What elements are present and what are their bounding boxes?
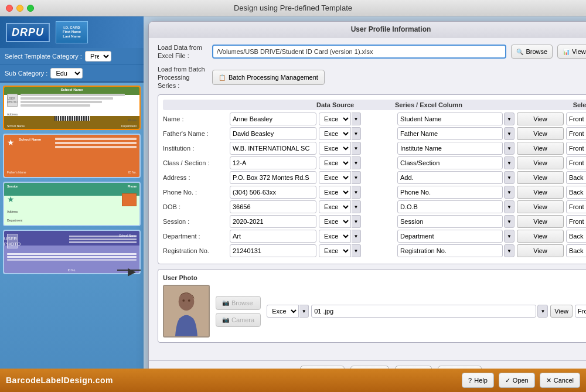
detail-column-arrow[interactable]: ▼ [504, 113, 515, 125]
detail-source-arrow[interactable]: ▼ [352, 186, 361, 199]
data-source-header: Data Source [316, 101, 393, 108]
detail-source-arrow[interactable]: ▼ [352, 142, 361, 155]
camera-button[interactable]: 📷 Camera [216, 313, 261, 327]
detail-source-select[interactable]: Excel [319, 156, 351, 169]
detail-side-input[interactable] [566, 186, 586, 199]
detail-view-button[interactable]: View [517, 171, 564, 184]
detail-view-button[interactable]: View [517, 244, 564, 257]
detail-column-input[interactable] [397, 142, 503, 155]
detail-source-select[interactable]: Excel [319, 244, 351, 257]
detail-view-button[interactable]: View [517, 142, 564, 155]
detail-value-input[interactable] [230, 215, 316, 228]
detail-side-input[interactable] [566, 156, 586, 169]
detail-column-arrow[interactable]: ▼ [504, 244, 515, 257]
detail-source-arrow[interactable]: ▼ [352, 244, 361, 257]
maximize-window-button[interactable] [27, 5, 34, 12]
photo-side-input[interactable] [575, 305, 586, 318]
detail-view-button[interactable]: View [517, 215, 564, 228]
template-item[interactable]: USERPHOTO School Name ID No. [3, 230, 141, 274]
detail-source-arrow[interactable]: ▼ [352, 171, 361, 184]
detail-side-input[interactable] [566, 113, 586, 125]
detail-source-arrow[interactable]: ▼ [352, 113, 361, 125]
detail-column-input[interactable] [397, 230, 503, 243]
photo-source-arrow[interactable]: ▼ [299, 305, 309, 318]
detail-column-arrow[interactable]: ▼ [504, 142, 515, 155]
detail-source-select[interactable]: Excel [319, 200, 351, 213]
detail-source-arrow[interactable]: ▼ [352, 127, 361, 140]
detail-source-select[interactable]: Excel [319, 171, 351, 184]
batch-processing-button[interactable]: 📋 Batch Processing Management [212, 70, 325, 85]
photo-column-input[interactable] [311, 305, 536, 318]
detail-value-input[interactable] [230, 230, 316, 243]
detail-source-arrow[interactable]: ▼ [352, 200, 361, 213]
detail-column-input[interactable] [397, 186, 503, 199]
detail-side-input[interactable] [566, 244, 586, 257]
detail-source-arrow[interactable]: ▼ [352, 215, 361, 228]
detail-column-arrow[interactable]: ▼ [504, 230, 515, 243]
detail-source-select[interactable]: Excel [319, 215, 351, 228]
detail-value-input[interactable] [230, 171, 316, 184]
detail-column-arrow[interactable]: ▼ [504, 200, 515, 213]
detail-value-input[interactable] [230, 113, 316, 125]
detail-column-input[interactable] [397, 200, 503, 213]
detail-column-input[interactable] [397, 127, 503, 140]
photo-view-button[interactable]: View [550, 305, 573, 318]
detail-view-button[interactable]: View [517, 127, 564, 140]
close-window-button[interactable] [6, 5, 13, 12]
bottom-help-button[interactable]: ? Help [462, 373, 494, 388]
detail-view-button[interactable]: View [517, 113, 564, 125]
detail-source-select[interactable]: Excel [319, 113, 351, 125]
detail-column-input[interactable] [397, 113, 503, 125]
detail-side-input[interactable] [566, 142, 586, 155]
detail-row: DOB : Excel ▼ ▼ View ▼ [163, 200, 586, 213]
photo-source-select[interactable]: Excel [267, 305, 299, 318]
photo-column-arrow[interactable]: ▼ [537, 305, 548, 318]
template-item[interactable]: ★ School Name Father's Name ID No. [3, 134, 141, 178]
detail-value-input[interactable] [230, 186, 316, 199]
detail-column-input[interactable] [397, 171, 503, 184]
template-item[interactable]: School Name USERPHOTO Address School Nam… [3, 86, 141, 130]
file-path-input[interactable] [212, 45, 506, 59]
detail-column-input[interactable] [397, 156, 503, 169]
detail-view-button[interactable]: View [517, 156, 564, 169]
detail-value-input[interactable] [230, 142, 316, 155]
minimize-window-button[interactable] [16, 5, 23, 12]
detail-source-select[interactable]: Excel [319, 127, 351, 140]
detail-column-input[interactable] [397, 244, 503, 257]
detail-value-input[interactable] [230, 244, 316, 257]
browse-button[interactable]: 🔍 Browse [511, 45, 553, 59]
detail-value-input[interactable] [230, 200, 316, 213]
detail-source-arrow[interactable]: ▼ [352, 156, 361, 169]
detail-view-button[interactable]: View [517, 200, 564, 213]
detail-source-arrow[interactable]: ▼ [352, 230, 361, 243]
detail-source-select[interactable]: Excel [319, 230, 351, 243]
detail-side-input[interactable] [566, 200, 586, 213]
detail-side-select: ▼ [566, 200, 586, 213]
view-excel-button[interactable]: 📊 View Excel Data [557, 45, 586, 59]
sub-category-dropdown[interactable]: Edu [50, 68, 83, 79]
detail-column-arrow[interactable]: ▼ [504, 127, 515, 140]
detail-side-input[interactable] [566, 215, 586, 228]
detail-column-input[interactable] [397, 215, 503, 228]
detail-source-select[interactable]: Excel [319, 186, 351, 199]
detail-view-button[interactable]: View [517, 230, 564, 243]
detail-column-arrow[interactable]: ▼ [504, 215, 515, 228]
detail-source-select[interactable]: Excel [319, 142, 351, 155]
browse-photo-button[interactable]: 📷 Browse [216, 296, 261, 310]
detail-side-input[interactable] [566, 230, 586, 243]
detail-column-arrow[interactable]: ▼ [504, 156, 515, 169]
detail-value-input[interactable] [230, 156, 316, 169]
template-item[interactable]: Session Phone ★ Address Department [3, 182, 141, 226]
detail-side-input[interactable] [566, 171, 586, 184]
detail-label: Institution : [163, 145, 227, 152]
detail-side-select: ▼ [566, 142, 586, 155]
bottom-open-button[interactable]: ✓ Open [499, 373, 535, 388]
bottom-cancel-button[interactable]: ✕ Cancel [540, 373, 580, 388]
detail-column-arrow[interactable]: ▼ [504, 186, 515, 199]
detail-value-input[interactable] [230, 127, 316, 140]
template-card-2: ★ School Name Father's Name ID No. [4, 135, 139, 177]
detail-view-button[interactable]: View [517, 186, 564, 199]
detail-column-arrow[interactable]: ▼ [504, 171, 515, 184]
select-template-dropdown[interactable]: Pre [85, 51, 111, 62]
detail-side-input[interactable] [566, 127, 586, 140]
